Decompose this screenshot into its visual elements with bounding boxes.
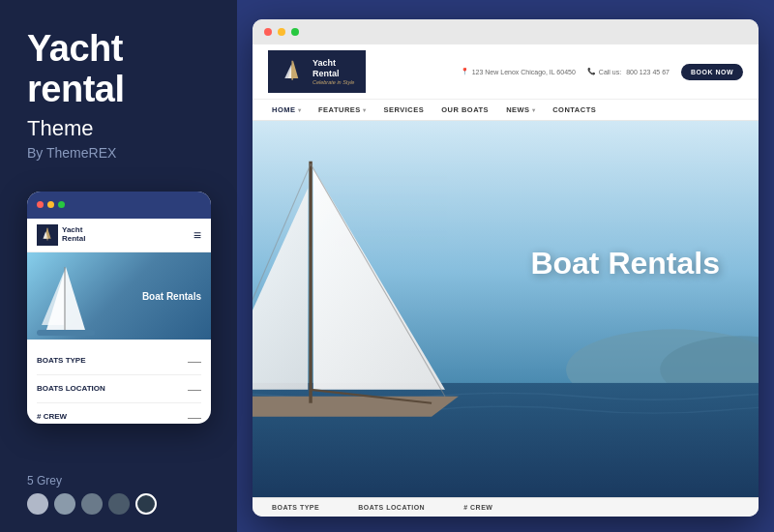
desktop-logo-text: Yacht Rental xyxy=(313,58,354,79)
theme-author: By ThemeREX xyxy=(27,145,210,161)
mobile-close-dot xyxy=(37,201,44,208)
desktop-maximize-dot xyxy=(291,28,299,36)
desktop-hero: Boat Rentals xyxy=(253,121,759,497)
mobile-hero-text: Boat Rentals xyxy=(142,290,201,301)
header-address: 📍 123 New Lenox Chicago, IL 60450 xyxy=(461,68,576,75)
nav-item-features[interactable]: FEATURES ▾ xyxy=(318,105,366,114)
nav-news-chevron: ▾ xyxy=(532,106,536,113)
mobile-filter-boats-type-label: BOATS TYPE xyxy=(37,356,86,365)
swatch-2[interactable] xyxy=(54,493,75,515)
theme-title: Yacht rental xyxy=(27,29,210,110)
mobile-filter-crew-toggle[interactable]: — xyxy=(188,409,201,424)
mobile-window-controls xyxy=(37,201,65,208)
mobile-filter-boats-location-toggle[interactable]: — xyxy=(188,381,201,397)
mobile-logo-text: Yacht Rental xyxy=(62,226,85,244)
mobile-mockup: Yacht Rental ≡ Boat Rentals BOATS TYPE —… xyxy=(27,192,211,424)
swatch-1[interactable] xyxy=(27,493,48,515)
desktop-logo-tagline: Celebrate in Style xyxy=(313,79,354,85)
nav-item-home[interactable]: HOME ▾ xyxy=(272,105,301,114)
nav-features-chevron: ▾ xyxy=(363,106,367,113)
desktop-nav: HOME ▾ FEATURES ▾ SERVICES OUR BOATS NEW… xyxy=(253,100,759,121)
desktop-footer-bar: BOATS TYPE BOATS LOCATION # CREW xyxy=(253,497,759,517)
mobile-filter-crew[interactable]: # CREW — xyxy=(37,403,201,424)
phone-label: Call us: xyxy=(599,69,621,75)
header-phone: 📞 Call us: 800 123 45 67 xyxy=(587,68,670,75)
svg-rect-5 xyxy=(37,330,95,336)
color-label: 5 Grey xyxy=(27,474,210,488)
right-panel: Yacht Rental Celebrate in Style 📍 123 Ne… xyxy=(237,0,774,532)
swatches xyxy=(27,493,210,515)
mobile-nav: Yacht Rental ≡ xyxy=(27,219,211,252)
footer-filter-boats-type[interactable]: BOATS TYPE xyxy=(272,504,319,511)
footer-filter-boats-location[interactable]: BOATS LOCATION xyxy=(358,504,425,511)
mobile-filter-boats-type[interactable]: BOATS TYPE — xyxy=(37,347,201,375)
mobile-filters: BOATS TYPE — BOATS LOCATION — # CREW — xyxy=(27,340,211,424)
desktop-close-dot xyxy=(264,28,272,36)
desktop-minimize-dot xyxy=(278,28,285,36)
mobile-minimize-dot xyxy=(47,201,54,208)
mobile-logo: Yacht Rental xyxy=(37,224,85,246)
nav-item-services[interactable]: SERVICES xyxy=(383,105,424,114)
desktop-window-bar xyxy=(253,19,759,44)
mobile-filter-crew-label: # CREW xyxy=(37,412,67,421)
nav-item-our-boats[interactable]: OUR BOATS xyxy=(441,105,489,114)
desktop-logo-box: Yacht Rental Celebrate in Style xyxy=(268,50,366,93)
pin-icon: 📍 xyxy=(461,68,469,75)
theme-subtitle: Theme xyxy=(27,116,210,141)
mobile-top-bar xyxy=(27,192,211,219)
nav-item-news[interactable]: NEWS ▾ xyxy=(506,105,535,114)
mobile-maximize-dot xyxy=(58,201,65,208)
mobile-boat-icon xyxy=(32,262,100,340)
swatch-5[interactable] xyxy=(135,493,157,515)
swatch-3[interactable] xyxy=(81,493,103,515)
left-panel: Yacht rental Theme By ThemeREX Yacht Ren… xyxy=(0,0,237,532)
mobile-filter-boats-location[interactable]: BOATS LOCATION — xyxy=(37,375,201,403)
desktop-header-info: 📍 123 New Lenox Chicago, IL 60450 📞 Call… xyxy=(381,64,743,80)
hero-title: Boat Rentals xyxy=(530,247,720,281)
swatch-4[interactable] xyxy=(108,493,130,515)
desktop-mockup: Yacht Rental Celebrate in Style 📍 123 Ne… xyxy=(253,19,759,517)
svg-marker-7 xyxy=(284,64,291,78)
svg-marker-3 xyxy=(42,272,64,325)
hero-scene-svg xyxy=(253,121,759,497)
mobile-filter-boats-type-toggle[interactable]: — xyxy=(188,353,201,369)
book-now-button[interactable]: BOOK NOW xyxy=(681,64,743,80)
hamburger-icon[interactable]: ≡ xyxy=(194,227,201,243)
desktop-header: Yacht Rental Celebrate in Style 📍 123 Ne… xyxy=(253,44,759,100)
mobile-logo-icon xyxy=(37,224,58,246)
nav-item-contacts[interactable]: CONTACTS xyxy=(552,105,596,114)
mobile-filter-boats-location-label: BOATS LOCATION xyxy=(37,384,105,393)
phone-icon: 📞 xyxy=(587,68,596,75)
footer-filter-crew[interactable]: # CREW xyxy=(463,504,492,511)
nav-home-chevron: ▾ xyxy=(298,106,302,113)
mobile-hero: Boat Rentals xyxy=(27,252,211,340)
desktop-logo-icon xyxy=(280,58,307,85)
color-swatches-area: 5 Grey xyxy=(27,474,210,515)
